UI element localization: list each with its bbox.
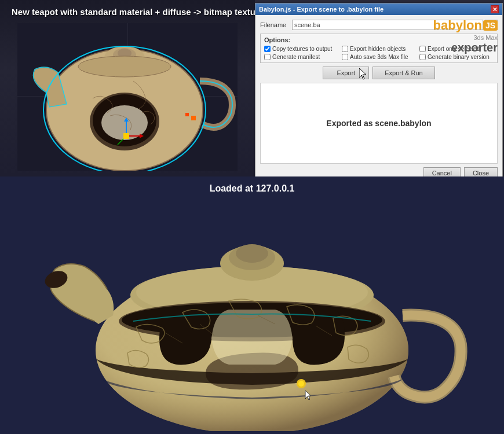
filename-label: Filename: [260, 21, 292, 28]
auto-save-checkbox[interactable]: [342, 54, 348, 60]
checkbox-auto-save[interactable]: Auto save 3ds Max file: [342, 54, 416, 60]
checkbox-copy-textures[interactable]: Copy textures to output: [264, 46, 338, 52]
generate-manifest-checkbox[interactable]: [264, 54, 271, 60]
svg-point-39: [298, 381, 304, 387]
svg-marker-22: [359, 68, 366, 79]
babylon-brand: babylon: [433, 18, 482, 33]
generate-manifest-label: Generate manifest: [272, 54, 320, 60]
copy-textures-checkbox[interactable]: [264, 46, 271, 52]
dialog-close-button[interactable]: ✕: [491, 5, 499, 13]
svg-point-32: [236, 244, 268, 263]
export-dialog: Babylon.js - Export scene to .babylon fi…: [255, 3, 503, 176]
bottom-label: Loaded at 127.0.0.1: [210, 183, 295, 194]
babylon-js-badge: JS: [483, 20, 498, 31]
export-hidden-label: Export hidden objects: [350, 46, 406, 52]
svg-rect-21: [185, 113, 189, 116]
export-button-row: Export Export & Run: [260, 67, 498, 79]
export-hidden-checkbox[interactable]: [342, 46, 348, 52]
subtitle-exporter: exporter: [451, 41, 498, 54]
export-status-text: Exported as scene.babylon: [326, 119, 431, 128]
teapot-3dsmax-view: [17, 23, 238, 171]
dialog-titlebar: Babylon.js - Export scene to .babylon fi…: [255, 3, 502, 15]
svg-point-12: [78, 56, 171, 77]
bottom-section: Loaded at 127.0.0.1: [0, 176, 504, 434]
copy-textures-label: Copy textures to output: [272, 46, 332, 52]
close-button[interactable]: Close: [464, 167, 498, 176]
subtitle-3dsmax: 3ds Max: [451, 34, 498, 41]
export-run-button[interactable]: Export & Run: [372, 67, 434, 79]
bottom-button-row: Cancel Close: [260, 167, 498, 176]
babylon-subtitle: 3ds Max exporter: [451, 34, 498, 54]
mouse-cursor: [359, 68, 368, 81]
checkbox-generate-manifest[interactable]: Generate manifest: [264, 54, 338, 60]
output-area: Exported as scene.babylon: [260, 83, 498, 164]
babylon-logo: babylon JS 3ds Max exporter: [422, 18, 498, 56]
svg-rect-20: [191, 116, 196, 120]
cancel-button[interactable]: Cancel: [423, 167, 461, 176]
top-viewport: New teapot with standard material + diff…: [0, 0, 504, 176]
checkbox-export-hidden[interactable]: Export hidden objects: [342, 46, 416, 52]
teapot-top-svg: [17, 23, 238, 171]
teapot-bottom-svg: [32, 200, 472, 431]
auto-save-label: Auto save 3ds Max file: [350, 54, 408, 60]
teapot-rendered: [32, 200, 472, 431]
dialog-title: Babylon.js - Export scene to .babylon fi…: [259, 6, 384, 13]
svg-rect-19: [123, 133, 129, 139]
viewport-label: New teapot with standard material + diff…: [12, 7, 264, 17]
